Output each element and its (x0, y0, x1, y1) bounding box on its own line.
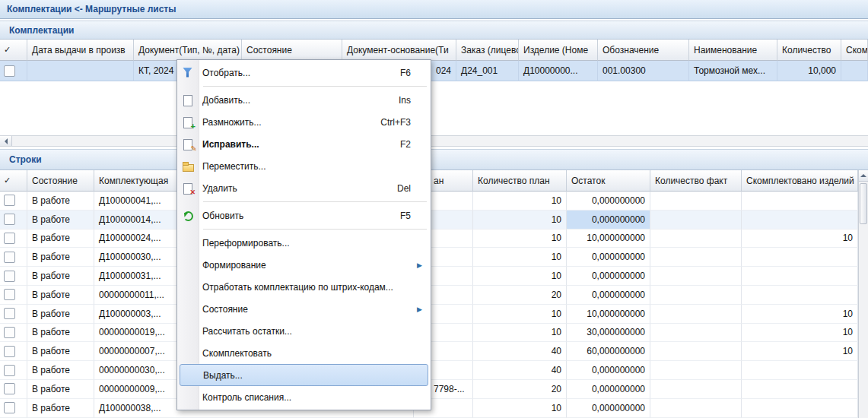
row-checkbox[interactable] (4, 383, 15, 394)
column-header-assembled-items[interactable]: Скомплектовано изделий (742, 170, 858, 192)
menu-item-label: Формирование (202, 260, 411, 271)
cell-remainder: 0,000000000 (567, 248, 650, 267)
cell-quantity-fact (650, 380, 742, 399)
row-checkbox-cell (0, 61, 27, 81)
column-header-base-document[interactable]: Документ-основание(Ти (342, 40, 456, 61)
column-header-remainder[interactable]: Остаток (567, 170, 650, 192)
cell-quantity-plan: 20 (473, 286, 567, 305)
row-checkbox[interactable] (4, 65, 15, 77)
cell-date (27, 61, 134, 81)
horizontal-scrollbar[interactable] (0, 135, 868, 147)
cell-assembled-items (742, 192, 858, 211)
menu-item[interactable]: Скомплектовать ▶ (177, 342, 431, 364)
menu-item-label: Обновить (202, 211, 400, 221)
check-glyph: ✓ (4, 176, 11, 185)
cell-remainder: 0,000000000 (567, 399, 650, 418)
row-checkbox[interactable] (4, 195, 15, 206)
section-title: Строки (9, 154, 42, 165)
menu-item-shortcut: Ctrl+F3 (380, 117, 411, 128)
menu-item[interactable]: Добавить... Ins ▶ (177, 89, 431, 111)
cell-assembled-items (742, 361, 858, 380)
row-checkbox[interactable] (4, 308, 15, 319)
cell-state: В работе (27, 305, 94, 324)
scrollbar-track[interactable] (12, 136, 868, 146)
column-header-document[interactable]: Документ(Тип, №, дата) (134, 40, 242, 61)
vertical-scrollbar[interactable] (858, 170, 868, 418)
column-header-product[interactable]: Изделие (Номе (519, 40, 598, 61)
column-header-state[interactable]: Состояние (27, 170, 94, 192)
menu-item[interactable]: Переместить... ▶ (177, 155, 431, 177)
column-header-quantity-plan[interactable]: Количество план (473, 170, 567, 192)
scrollbar-thumb[interactable] (860, 183, 867, 224)
scroll-up-button[interactable] (859, 170, 868, 182)
menu-item-icon (181, 303, 195, 315)
cell-assembled-items (742, 399, 858, 418)
menu-item[interactable]: Переформировать... ▶ (177, 232, 431, 254)
cell-quantity-plan: 10 (473, 211, 567, 230)
menu-item-icon (181, 182, 195, 195)
menu-item-icon (181, 94, 195, 106)
row-checkbox[interactable] (4, 233, 15, 244)
cell-quantity-fact (650, 192, 742, 211)
column-header-name[interactable]: Наименование (689, 40, 777, 61)
menu-item[interactable]: Исправить... F2 ▶ (177, 133, 431, 155)
menu-item-shortcut: F2 (400, 139, 411, 150)
row-checkbox[interactable] (4, 289, 15, 300)
cell-assembled-items: 10 (742, 230, 858, 249)
arrow-up-icon (860, 171, 866, 177)
column-header-quantity[interactable]: Количество (777, 40, 841, 61)
menu-item-label: Удалить (202, 183, 397, 194)
row-checkbox-cell (0, 286, 27, 305)
menu-item-icon (181, 259, 195, 271)
row-checkbox-cell (0, 230, 27, 249)
scroll-left-button[interactable] (0, 136, 12, 146)
menu-item-label: Скомплектовать (202, 348, 411, 359)
menu-item[interactable]: Контроль списания... ▶ (177, 386, 431, 408)
menu-item: ▶ (177, 226, 431, 232)
menu-item-shortcut: F5 (400, 211, 411, 221)
menu-item[interactable]: Отобрать... F6 ▶ (177, 62, 431, 84)
row-checkbox[interactable] (4, 402, 15, 413)
row-checkbox[interactable] (4, 327, 15, 338)
column-header-designation[interactable]: Обозначение (598, 40, 689, 61)
menu-item[interactable]: Формирование ▶ (177, 254, 431, 276)
row-checkbox[interactable] (4, 346, 15, 357)
cell-quantity-plan: 10 (473, 267, 567, 286)
row-checkbox-cell (0, 267, 27, 286)
cell-state: В работе (27, 361, 94, 380)
menu-item[interactable]: Удалить Del ▶ (177, 177, 431, 199)
menu-item[interactable]: Размножить... Ctrl+F3 ▶ (177, 111, 431, 133)
section-title: Комплектации (9, 25, 74, 36)
cell-quantity-fact (650, 211, 742, 230)
menu-item[interactable]: Обновить F5 ▶ (177, 204, 431, 226)
row-checkbox[interactable] (4, 252, 15, 263)
cell-quantity-plan: 10 (473, 305, 567, 324)
select-all-column-header[interactable]: ✓ (0, 40, 27, 61)
menu-item[interactable]: Отработать комплектацию по штрих-кодам..… (177, 276, 431, 298)
menu-item-shortcut: Del (397, 183, 411, 194)
breadcrumb: Комплектации <- Маршрутные листы (0, 0, 868, 19)
row-checkbox[interactable] (4, 214, 15, 225)
select-all-column-header[interactable]: ✓ (0, 170, 27, 192)
menu-item[interactable]: Рассчитать остатки... ▶ (177, 320, 431, 342)
row-checkbox[interactable] (4, 271, 15, 282)
menu-item-label: Выдать... (203, 370, 408, 381)
column-header-quantity-fact[interactable]: Количество факт (650, 170, 742, 192)
cell-state: В работе (27, 286, 94, 305)
cell-quantity-fact (650, 286, 742, 305)
column-header-date[interactable]: Дата выдачи в произв (27, 40, 134, 61)
table-row[interactable]: КТ, 2024 024 Д24_001 Д10000000... 001.00… (0, 61, 868, 81)
row-checkbox[interactable] (4, 365, 15, 376)
menu-item[interactable]: Выдать... ▶ (180, 364, 428, 386)
row-checkbox-cell (0, 248, 27, 267)
menu-item-label: Отработать комплектацию по штрих-кодам..… (202, 282, 411, 293)
menu-item-icon (181, 210, 195, 222)
menu-item[interactable]: Состояние ▶ (177, 298, 431, 320)
column-header-assembled[interactable]: Ском (841, 40, 868, 61)
column-header-order[interactable]: Заказ (лицево (456, 40, 519, 61)
cell-quantity-fact (650, 267, 742, 286)
row-checkbox-cell (0, 192, 27, 211)
column-header-state[interactable]: Состояние (242, 40, 342, 61)
menu-item-icon (181, 160, 195, 173)
cell-assembled-items: 10 (742, 342, 858, 361)
